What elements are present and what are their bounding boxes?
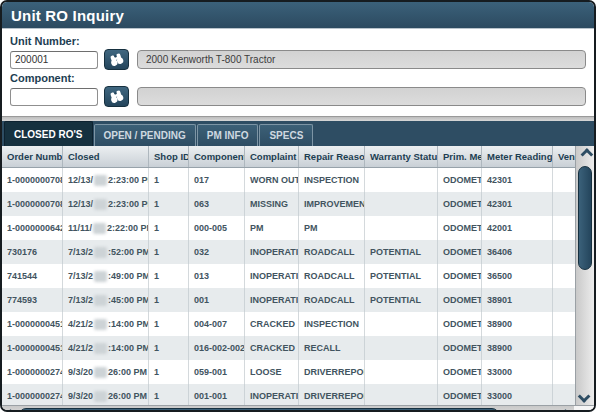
results-grid: Order NumberClosedShop IDComponentCompla…	[2, 146, 594, 405]
horizontal-scroll-thumb[interactable]	[19, 408, 499, 412]
cell-vendor	[553, 384, 575, 405]
cell-prim-meter: ODOMETER	[438, 384, 482, 405]
cell-warranty-status: POTENTIAL	[365, 264, 438, 288]
column-header-vendor[interactable]: Vendor	[553, 146, 575, 167]
component-search-button[interactable]	[104, 86, 129, 107]
vertical-scrollbar[interactable]	[575, 146, 594, 405]
table-row[interactable]: 1-000000070812/13/2:23:00 PM1017WORN OUT…	[2, 168, 575, 192]
cell-component: 001	[189, 288, 245, 312]
cell-prim-meter: ODOMETER	[438, 192, 482, 216]
scroll-right-button[interactable]	[557, 406, 574, 412]
unit-number-input[interactable]	[10, 51, 98, 69]
unit-number-search-button[interactable]	[104, 49, 129, 70]
closed-time-suffix: :52:00 PM	[108, 247, 149, 257]
cell-warranty-status	[365, 192, 438, 216]
tab-pm-info[interactable]: PM INFO	[197, 124, 259, 146]
closed-time-suffix: 26:00 PM	[108, 367, 147, 377]
binoculars-icon	[108, 89, 125, 104]
cell-component: 001-001	[189, 384, 245, 405]
cell-vendor	[553, 240, 575, 264]
cell-repair-reason: RECALL	[299, 336, 365, 360]
cell-repair-reason: IMPROVEMENT	[299, 192, 365, 216]
column-header-closed[interactable]: Closed	[63, 146, 149, 167]
cell-component: 059-001	[189, 360, 245, 384]
component-label: Component:	[10, 72, 586, 84]
column-header-prim-meter[interactable]: Prim. Meter	[438, 146, 482, 167]
cell-shop-id: 1	[149, 240, 189, 264]
cell-warranty-status	[365, 312, 438, 336]
table-row[interactable]: 1-00000002749/3/2026:00 PM1059-001LOOSED…	[2, 360, 575, 384]
vertical-scroll-track[interactable]	[576, 163, 594, 388]
cell-prim-meter: ODOMETER	[438, 264, 482, 288]
cell-prim-meter: ODOMETER	[438, 240, 482, 264]
table-row[interactable]: 1-00000004514/21/2:14:00 PM1016-002-002C…	[2, 336, 575, 360]
cell-prim-meter: ODOMETER	[438, 168, 482, 192]
table-row[interactable]: 1-00000004514/21/2:14:00 PM1004-007CRACK…	[2, 312, 575, 336]
cell-order: 1-0000000708	[2, 168, 63, 192]
cell-shop-id: 1	[149, 312, 189, 336]
closed-time-suffix: 2:22:00 PM	[107, 223, 149, 233]
table-row[interactable]: 7415447/13/2:49:00 PM1013INOPERATIVEROAD…	[2, 264, 575, 288]
cell-repair-reason: INSPECTION	[299, 312, 365, 336]
column-header-component[interactable]: Component	[189, 146, 245, 167]
cell-shop-id: 1	[149, 192, 189, 216]
closed-date-prefix: 7/13/2	[68, 295, 93, 305]
table-row[interactable]: 1-000000064211/11/2:22:00 PM1000-005PMPM…	[2, 216, 575, 240]
chevron-left-icon	[4, 409, 17, 412]
cell-closed: 9/3/2026:00 PM	[63, 360, 149, 384]
tab-open-pending[interactable]: OPEN / PENDING	[94, 124, 196, 146]
column-header-complaint[interactable]: Complaint	[245, 146, 299, 167]
cell-vendor	[553, 336, 575, 360]
cell-closed: 4/21/2:14:00 PM	[63, 312, 149, 336]
cell-vendor	[553, 168, 575, 192]
closed-time-suffix: :14:00 PM	[108, 319, 149, 329]
scroll-up-button[interactable]	[576, 146, 594, 163]
scroll-down-button[interactable]	[576, 388, 594, 405]
cell-warranty-status	[365, 168, 438, 192]
unit-number-row: 2000 Kenworth T-800 Tractor	[10, 49, 586, 70]
column-header-shop-id[interactable]: Shop ID	[149, 146, 189, 167]
cell-closed: 12/13/2:23:00 PM	[63, 192, 149, 216]
cell-meter-reading: 33000	[482, 384, 553, 405]
scroll-left-button[interactable]	[2, 406, 19, 412]
cell-shop-id: 1	[149, 264, 189, 288]
cell-complaint: PM	[245, 216, 299, 240]
scrollbar-corner	[574, 406, 594, 412]
column-header-warranty-status[interactable]: Warranty Status	[365, 146, 438, 167]
cell-complaint: CRACKED	[245, 336, 299, 360]
cell-component: 063	[189, 192, 245, 216]
cell-shop-id: 1	[149, 336, 189, 360]
cell-complaint: INOPERATIVE	[245, 240, 299, 264]
column-header-repair-reason[interactable]: Repair Reason	[299, 146, 365, 167]
cell-order: 1-0000000642	[2, 216, 63, 240]
table-row[interactable]: 1-000000070812/13/2:23:00 PM1063MISSINGI…	[2, 192, 575, 216]
table-row[interactable]: 1-00000002749/3/2026:00 PM1001-001INOPER…	[2, 384, 575, 405]
tab-closed-ro-s[interactable]: CLOSED RO'S	[4, 121, 93, 146]
cell-order: 1-0000000274	[2, 360, 63, 384]
horizontal-scrollbar[interactable]	[2, 405, 594, 412]
column-header-meter-reading[interactable]: Meter Reading	[482, 146, 553, 167]
cell-component: 000-005	[189, 216, 245, 240]
cell-repair-reason: ROADCALL	[299, 264, 365, 288]
cell-prim-meter: ODOMETER	[438, 312, 482, 336]
window-title: Unit RO Inquiry	[11, 7, 124, 24]
cell-order: 1-0000000708	[2, 192, 63, 216]
cell-order: 1-0000000274	[2, 384, 63, 405]
table-row[interactable]: 7745937/13/2:45:00 PM1001INOPERATIVEROAD…	[2, 288, 575, 312]
cell-complaint: INOPERATIVE	[245, 288, 299, 312]
column-header-order-number[interactable]: Order Number	[2, 146, 63, 167]
closed-time-suffix: 2:23:00 PM	[108, 175, 149, 185]
table-row[interactable]: 7301767/13/2:52:00 PM1032INOPERATIVEROAD…	[2, 240, 575, 264]
component-input[interactable]	[10, 88, 98, 106]
cell-closed: 7/13/2:45:00 PM	[63, 288, 149, 312]
cell-complaint: CRACKED	[245, 312, 299, 336]
tab-specs[interactable]: SPECS	[259, 124, 313, 146]
chevron-right-icon	[559, 409, 572, 412]
horizontal-scroll-track[interactable]	[19, 406, 557, 412]
table-body: 1-000000070812/13/2:23:00 PM1017WORN OUT…	[2, 168, 575, 405]
cell-shop-id: 1	[149, 384, 189, 405]
vertical-scroll-thumb[interactable]	[578, 166, 592, 270]
cell-shop-id: 1	[149, 288, 189, 312]
cell-component: 032	[189, 240, 245, 264]
cell-order: 774593	[2, 288, 63, 312]
